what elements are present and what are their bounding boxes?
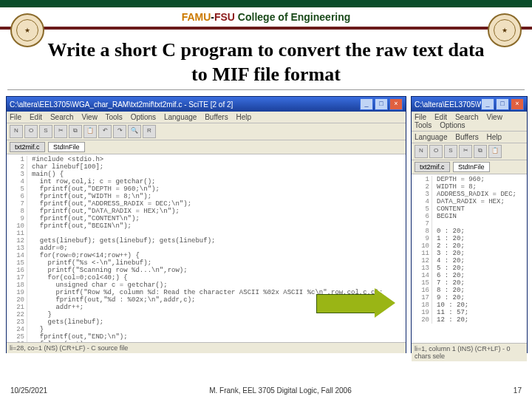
window-output-mif: C:\altera\EEL3705\WG... _ □ × File Edit … bbox=[411, 96, 528, 353]
open-icon[interactable]: O bbox=[24, 125, 38, 138]
open-icon-2[interactable]: O bbox=[429, 145, 443, 158]
menu-file[interactable]: File bbox=[10, 113, 21, 121]
slide-title: Write a short C program to convert the r… bbox=[44, 38, 488, 86]
header-title: FAMU-FSU College of Engineering bbox=[182, 11, 351, 23]
save-icon-2[interactable]: S bbox=[444, 145, 457, 158]
close-button[interactable]: × bbox=[389, 98, 403, 110]
footer-author: M. Frank, EEL 3705 Digital Logic, Fall 2… bbox=[209, 386, 352, 395]
save-icon[interactable]: S bbox=[39, 125, 52, 138]
find-icon[interactable]: 🔍 bbox=[128, 125, 141, 138]
divider bbox=[7, 89, 525, 90]
menu-options-2[interactable]: Options bbox=[440, 121, 465, 129]
tabbar-2: txt2mif.c StdInFile bbox=[412, 160, 527, 174]
copy-icon-2[interactable]: ⧉ bbox=[474, 145, 487, 158]
menu-search-2[interactable]: Search bbox=[455, 113, 479, 121]
toolbar-1: N O S ✂ ⧉ 📋 ↶ ↷ 🔍 R bbox=[7, 123, 406, 140]
tab-stdin[interactable]: StdInFile bbox=[48, 142, 85, 152]
arrow-icon bbox=[316, 288, 405, 318]
paste-icon[interactable]: 📋 bbox=[83, 125, 97, 138]
tab-txt2mif[interactable]: txt2mif.c bbox=[10, 142, 45, 152]
header: ★ ★ FAMU-FSU College of Engineering bbox=[0, 7, 532, 30]
page-number: 17 bbox=[514, 386, 522, 395]
statusbar-2: li=1, column 1 (INS) (CR+LF) - 0 chars s… bbox=[412, 343, 527, 361]
new-icon-2[interactable]: N bbox=[415, 145, 428, 158]
maximize-button-2[interactable]: □ bbox=[496, 98, 509, 110]
tab-txt2mif-2[interactable]: txt2mif.c bbox=[415, 162, 450, 172]
statusbar-1: li=28, co=1 (NS) (CR+LF) - C source file bbox=[7, 342, 406, 353]
footer-date: 10/25/2021 bbox=[10, 386, 47, 395]
code-editor-2[interactable]: 1DEPTH = 960; 2WIDTH = 8; 3ADDRESS_RADIX… bbox=[412, 174, 527, 343]
titlebar-1[interactable]: C:\altera\EEL3705\WGA_char_RAM\txt2mif\t… bbox=[7, 97, 406, 112]
redo-icon[interactable]: ↷ bbox=[113, 125, 126, 138]
new-icon[interactable]: N bbox=[10, 125, 23, 138]
cut-icon-2[interactable]: ✂ bbox=[459, 145, 472, 158]
famu-seal-icon: ★ bbox=[10, 13, 44, 47]
fsu-seal-icon: ★ bbox=[488, 13, 522, 47]
menubar-1: File Edit Search View Tools Options Lang… bbox=[7, 112, 406, 123]
top-green-bar bbox=[0, 0, 532, 7]
tab-stdin-2[interactable]: StdInFile bbox=[453, 162, 490, 172]
menubar-2b: Language Buffers Help bbox=[412, 132, 527, 143]
menu-language-2[interactable]: Language bbox=[415, 133, 448, 141]
close-button-2[interactable]: × bbox=[511, 98, 524, 110]
tabbar-1: txt2mif.c StdInFile bbox=[7, 140, 406, 154]
titlebar-2[interactable]: C:\altera\EEL3705\WG... _ □ × bbox=[412, 97, 527, 112]
footer: 10/25/2021 M. Frank, EEL 3705 Digital Lo… bbox=[0, 386, 532, 395]
window-title-1: C:\altera\EEL3705\WGA_char_RAM\txt2mif\t… bbox=[10, 100, 233, 109]
menu-tools[interactable]: Tools bbox=[106, 113, 123, 121]
paste-icon-2[interactable]: 📋 bbox=[488, 145, 502, 158]
menu-edit-2[interactable]: Edit bbox=[434, 113, 447, 121]
menu-view-2[interactable]: View bbox=[486, 113, 502, 121]
menu-view[interactable]: View bbox=[81, 113, 98, 121]
menu-help-2[interactable]: Help bbox=[487, 133, 502, 141]
toolbar-2: N O S ✂ ⧉ 📋 bbox=[412, 143, 527, 160]
maximize-button[interactable]: □ bbox=[375, 98, 388, 110]
menu-buffers-2[interactable]: Buffers bbox=[455, 133, 479, 141]
undo-icon[interactable]: ↶ bbox=[98, 125, 112, 138]
menu-edit[interactable]: Edit bbox=[30, 113, 42, 121]
minimize-button[interactable]: _ bbox=[360, 98, 373, 110]
cut-icon[interactable]: ✂ bbox=[54, 125, 67, 138]
menu-language[interactable]: Language bbox=[164, 113, 197, 121]
menu-options[interactable]: Options bbox=[131, 113, 156, 121]
replace-icon[interactable]: R bbox=[143, 125, 156, 138]
menu-help[interactable]: Help bbox=[236, 113, 251, 121]
window-title-2: C:\altera\EEL3705\WG... bbox=[415, 100, 481, 109]
menu-file-2[interactable]: File bbox=[415, 113, 426, 121]
menu-buffers[interactable]: Buffers bbox=[205, 113, 228, 121]
minimize-button-2[interactable]: _ bbox=[481, 98, 494, 110]
copy-icon[interactable]: ⧉ bbox=[69, 125, 82, 138]
menubar-2a: File Edit Search View Tools Options bbox=[412, 112, 527, 132]
menu-tools-2[interactable]: Tools bbox=[415, 121, 432, 129]
menu-search[interactable]: Search bbox=[50, 113, 74, 121]
